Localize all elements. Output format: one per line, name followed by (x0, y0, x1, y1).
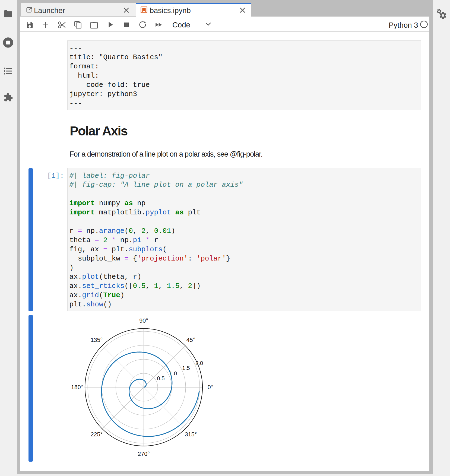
svg-text:270°: 270° (138, 451, 150, 457)
svg-text:1.5: 1.5 (182, 365, 190, 371)
svg-text:0°: 0° (208, 384, 213, 391)
svg-text:1.0: 1.0 (169, 370, 177, 376)
svg-text:225°: 225° (91, 431, 103, 438)
svg-text:90°: 90° (139, 318, 148, 324)
svg-text:135°: 135° (91, 337, 103, 343)
svg-text:0.5: 0.5 (157, 375, 165, 381)
svg-text:2.0: 2.0 (195, 360, 203, 366)
svg-text:315°: 315° (185, 431, 197, 438)
svg-text:180°: 180° (71, 384, 83, 391)
svg-text:45°: 45° (186, 337, 195, 343)
